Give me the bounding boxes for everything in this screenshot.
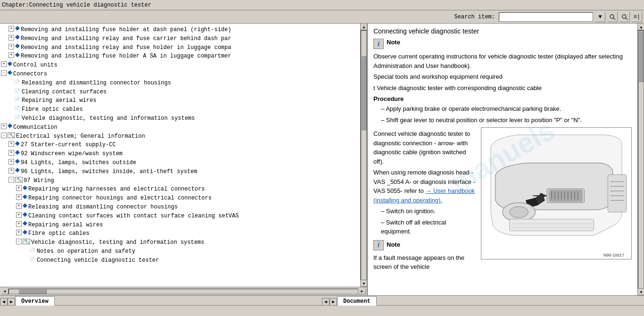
expand-icon[interactable]: + xyxy=(16,230,22,235)
expand-icon[interactable]: - xyxy=(1,133,7,138)
note-icon-1: i xyxy=(373,39,384,49)
tree-item[interactable]: + Communication xyxy=(1,123,359,132)
tree-item[interactable]: 📄 Cleaning contact surfaces xyxy=(1,88,359,97)
left-panel: + Removing and installing fuse holder at… xyxy=(0,24,368,295)
left-tab-nav-prev[interactable]: ◄ xyxy=(0,298,8,306)
right-scrollbar[interactable]: ▲ ▼ xyxy=(637,24,644,295)
handbook-link[interactable]: → User handbook (installing and operatin… xyxy=(373,187,475,204)
expand-icon[interactable]: + xyxy=(16,203,22,209)
diamond-icon xyxy=(23,194,27,199)
right-scroll-down-btn[interactable]: ▼ xyxy=(638,289,644,295)
doc-icon: 📄 xyxy=(14,106,21,112)
left-hscrollbar[interactable]: ◄ ► xyxy=(0,287,367,295)
tree-item[interactable]: + Repairing aerial wires xyxy=(1,221,359,230)
connect-text: Connect vehicle diagnostic tester to dia… xyxy=(373,129,476,166)
tree-item[interactable]: + Releasing and dismantling connector ho… xyxy=(1,203,359,212)
diamond-icon xyxy=(23,203,27,208)
left-tab-nav-next[interactable]: ► xyxy=(8,298,15,306)
tree-item[interactable]: + Removing and installing fuse holder at… xyxy=(1,25,359,34)
step-2: Shift gear lever to neutral position or … xyxy=(373,116,632,125)
note-label-1: Note xyxy=(387,39,400,46)
expand-icon[interactable]: - xyxy=(16,239,22,244)
menu-btn[interactable]: ≡| xyxy=(632,12,642,22)
svg-line-1 xyxy=(613,18,615,20)
book-icon: 🔧 xyxy=(15,177,23,183)
doc-icon: 📄 xyxy=(29,248,36,254)
expand-icon[interactable]: + xyxy=(8,159,14,165)
right-tab-nav-next[interactable]: ► xyxy=(330,298,337,306)
left-scrollbar[interactable]: ▲ ▼ xyxy=(360,24,367,287)
expand-icon[interactable]: + xyxy=(16,194,22,200)
tree-item[interactable]: - 🔧 Electrical system; General informati… xyxy=(1,132,359,141)
right-tab-nav-prev[interactable]: ◄ xyxy=(322,298,330,306)
expand-icon[interactable]: + xyxy=(8,141,14,147)
switch-off: Switch off all electrical equipment. xyxy=(373,218,476,236)
tree-item[interactable]: + 96 Lights, lamps, switches inside, ant… xyxy=(1,167,359,176)
expand-icon[interactable]: + xyxy=(8,150,14,156)
expand-icon[interactable]: + xyxy=(8,44,14,50)
tree-item[interactable]: 📄 Repairing aerial wires xyxy=(1,96,359,105)
tree-item-connecting[interactable]: 📄 Connecting vehicle diagnostic tester xyxy=(1,256,359,265)
tree-item[interactable]: + Removing and installing fuse holder A … xyxy=(1,52,359,61)
right-panel-wrapper: manuels Connecting vehicle diagnostic te… xyxy=(368,24,644,295)
expand-icon[interactable]: + xyxy=(8,52,14,58)
overview-tab[interactable]: Overview xyxy=(15,296,55,306)
book-icon: 🔧 xyxy=(8,133,15,138)
expand-icon[interactable]: + xyxy=(8,26,14,32)
tree-item[interactable]: + Fibre optic cables xyxy=(1,229,359,238)
document-tab[interactable]: Document xyxy=(337,296,377,306)
svg-line-3 xyxy=(626,18,627,20)
hscroll-thumb[interactable] xyxy=(18,289,47,294)
diamond-icon xyxy=(23,212,27,217)
tree-item[interactable]: + Control units xyxy=(1,61,359,70)
expand-icon[interactable]: + xyxy=(8,168,14,174)
doc-icon: 📄 xyxy=(14,88,21,95)
hscroll-track[interactable] xyxy=(8,289,358,294)
scroll-track[interactable] xyxy=(361,30,367,280)
search-btn-1[interactable] xyxy=(607,12,618,22)
search-btn-2[interactable] xyxy=(619,12,630,22)
svg-rect-24 xyxy=(510,219,594,231)
expand-icon[interactable]: - xyxy=(1,70,7,76)
tree-item[interactable]: + Repairing wiring harnesses and electri… xyxy=(1,185,359,194)
scroll-thumb[interactable] xyxy=(361,56,366,130)
expand-icon[interactable]: - xyxy=(8,177,14,183)
expand-icon[interactable]: + xyxy=(1,61,7,67)
expand-icon[interactable]: + xyxy=(8,35,14,41)
expand-icon[interactable]: + xyxy=(16,185,22,191)
tree-item[interactable]: + Removing and installing relay and fuse… xyxy=(1,43,359,52)
expand-icon[interactable]: + xyxy=(16,221,22,227)
search-input[interactable] xyxy=(499,12,593,22)
diamond-icon xyxy=(23,230,27,234)
tree-item[interactable]: 📄 Fibre optic cables xyxy=(1,105,359,114)
tree-item[interactable]: 📄 Notes on operation and safety xyxy=(1,247,359,256)
right-scroll-track[interactable] xyxy=(638,30,644,289)
diamond-icon xyxy=(8,124,12,128)
tree-item[interactable]: + 27 Starter-current supply-CC xyxy=(1,141,359,150)
search-label: Search item: xyxy=(454,14,495,20)
tree-item[interactable]: 📄 Vehicle diagnostic, testing and inform… xyxy=(1,114,359,123)
expand-icon[interactable]: + xyxy=(1,124,7,129)
right-scroll-up-btn[interactable]: ▲ xyxy=(638,24,644,30)
title-text: Chapter:Connecting vehicle diagnostic te… xyxy=(2,2,151,8)
tree-item[interactable]: + Removing and installing relay and fuse… xyxy=(1,34,359,43)
right-scroll-thumb[interactable] xyxy=(638,31,644,82)
search-dropdown-btn[interactable]: ▼ xyxy=(595,12,605,22)
tree-item[interactable]: - 🔧 97 Wiring xyxy=(1,176,359,185)
tree-item[interactable]: + Repairing connector housings and elect… xyxy=(1,194,359,203)
tree-item[interactable]: - Connectors xyxy=(1,70,359,79)
remote-text: When using remote diagnosis head -VAS _5… xyxy=(373,168,476,205)
tree-item[interactable]: - 🔧 Vehicle diagnostic, testing and info… xyxy=(1,238,359,247)
scroll-up-btn[interactable]: ▲ xyxy=(361,24,367,30)
expand-icon[interactable]: + xyxy=(16,212,22,218)
tree-item[interactable]: + 94 Lights, lamps, switches outside xyxy=(1,158,359,167)
tree-item[interactable]: 📄 Releasing and dismantling connector ho… xyxy=(1,79,359,88)
step-1: Apply parking brake or operate electrome… xyxy=(373,104,632,114)
tree-item[interactable]: + Cleaning contact surfaces with contact… xyxy=(1,212,359,221)
tree-item[interactable]: + 92 Windscreen wipe/wash system xyxy=(1,150,359,158)
scroll-left-btn[interactable]: ◄ xyxy=(1,289,8,294)
book-icon: 🔧 xyxy=(23,239,30,244)
scroll-right-btn[interactable]: ► xyxy=(358,289,366,294)
doc-icon: 📄 xyxy=(14,79,21,86)
scroll-down-btn[interactable]: ▼ xyxy=(361,280,367,287)
